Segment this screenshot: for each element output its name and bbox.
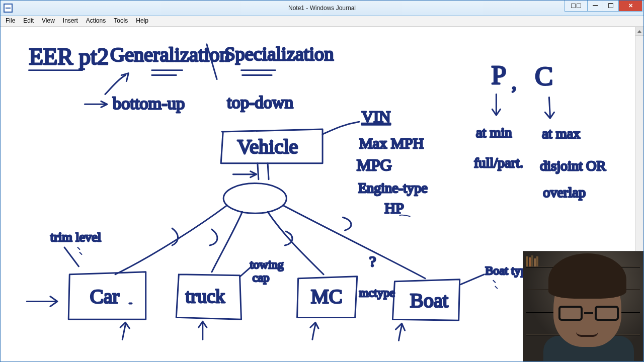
ink-at-max: at max (542, 126, 580, 141)
scroll-up-button[interactable] (635, 27, 643, 36)
ink-towing-l1: towing (250, 258, 284, 271)
ink-towing-l2: cap (253, 271, 270, 284)
ink-mc: MC (311, 286, 343, 308)
ink-vin: VIN (362, 108, 390, 126)
ink-mctype: mctype (359, 286, 395, 299)
minimize-button[interactable] (587, 1, 603, 12)
ink-boat: Boat (410, 290, 448, 312)
ink-disjoint-or: disjoint OR (540, 158, 606, 173)
ink-car: Car (90, 286, 119, 308)
ink-p: P (491, 60, 506, 90)
menubar: File Edit View Insert Actions Tools Help (1, 16, 643, 27)
ink-bottom-up: bottom-up (113, 94, 185, 113)
close-button[interactable]: ✕ (618, 1, 642, 12)
window-title: Note1 - Windows Journal (1, 5, 643, 12)
ink-c: C (535, 61, 553, 92)
ink-mpg: MPG (357, 156, 392, 174)
menu-view[interactable]: View (38, 16, 59, 26)
glasses-icon (558, 305, 619, 322)
presenter-mouth (576, 332, 598, 337)
ink-vehicle: Vehicle (237, 135, 298, 158)
ink-max-mph: Max MPH (359, 135, 424, 152)
menu-actions[interactable]: Actions (82, 16, 110, 26)
presenter-webcam (523, 251, 643, 361)
ink-full-part: full/part. (474, 155, 523, 170)
ink-top-down: top-down (227, 93, 293, 112)
ink-trim-level: trim level (50, 230, 101, 244)
svg-point-0 (223, 184, 286, 214)
window-extra-button[interactable] (565, 1, 588, 12)
menu-tools[interactable]: Tools (110, 16, 132, 26)
ink-qmark: ? (369, 253, 376, 270)
menu-edit[interactable]: Edit (19, 16, 38, 26)
titlebar: Note1 - Windows Journal ✕ (1, 1, 643, 16)
page-client: EER pt2 Generalization Specialization (1, 27, 643, 361)
ink-heading-eer: EER pt2 (29, 44, 109, 69)
ink-truck: truck (185, 286, 225, 307)
ink-heading-spec: Specialization (224, 43, 334, 64)
app-icon (4, 4, 13, 13)
ink-overlap: overlap (543, 185, 586, 201)
window-controls: ✕ (565, 1, 642, 12)
ink-hp: HP (384, 200, 404, 217)
ink-at-min: at min (476, 125, 512, 140)
menu-insert[interactable]: Insert (59, 16, 82, 26)
ink-comma: , (512, 71, 517, 94)
journal-window: Note1 - Windows Journal ✕ File Edit View… (0, 0, 644, 362)
menu-file[interactable]: File (2, 16, 19, 26)
maximize-button[interactable] (603, 1, 619, 12)
presenter-hair (548, 253, 626, 299)
menu-help[interactable]: Help (132, 16, 152, 26)
ink-engine-type: Engine-type (358, 180, 428, 196)
